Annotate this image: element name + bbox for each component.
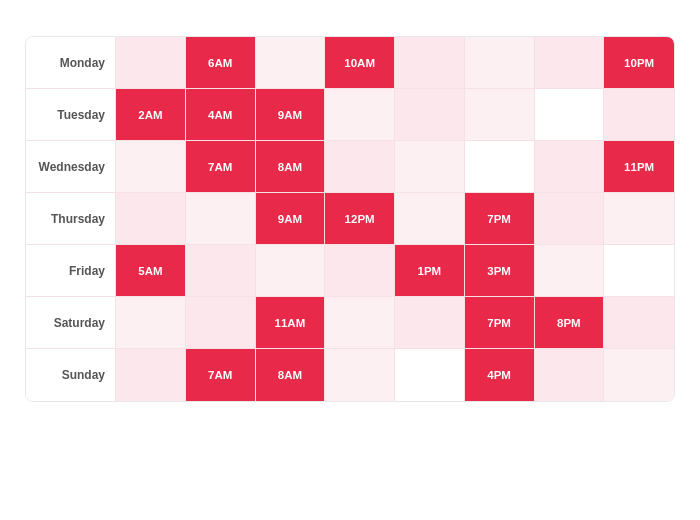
heatmap-cell: 5AM xyxy=(116,245,186,296)
heatmap-cell xyxy=(465,89,535,140)
heatmap-cell xyxy=(465,37,535,88)
heatmap-cell: 3PM xyxy=(465,245,535,296)
heatmap-cell xyxy=(325,89,395,140)
heatmap-cell: 4AM xyxy=(186,89,256,140)
heatmap-cell xyxy=(395,193,465,244)
heatmap-cell xyxy=(256,245,326,296)
heatmap-cell: 1PM xyxy=(395,245,465,296)
heatmap-cell xyxy=(535,349,605,401)
heatmap-cell xyxy=(116,193,186,244)
heatmap-cell xyxy=(604,193,674,244)
day-label: Wednesday xyxy=(26,141,116,192)
day-label: Monday xyxy=(26,37,116,88)
heatmap-cell: 9AM xyxy=(256,89,326,140)
heatmap-cell: 11AM xyxy=(256,297,326,348)
heatmap-cell xyxy=(395,349,465,401)
heatmap-cell xyxy=(116,297,186,348)
heatmap-cell: 2AM xyxy=(116,89,186,140)
heatmap-cell: 7PM xyxy=(465,297,535,348)
heatmap-cell xyxy=(604,89,674,140)
heatmap-cell xyxy=(535,89,605,140)
grid-row: Wednesday7AM8AM11PM xyxy=(26,141,674,193)
grid-row: Tuesday2AM4AM9AM xyxy=(26,89,674,141)
heatmap-cell xyxy=(465,141,535,192)
grid-row: Monday6AM10AM10PM xyxy=(26,37,674,89)
grid-row: Sunday7AM8AM4PM xyxy=(26,349,674,401)
day-label: Friday xyxy=(26,245,116,296)
heatmap-cell xyxy=(604,349,674,401)
heatmap-cell: 10AM xyxy=(325,37,395,88)
heatmap-cell: 8AM xyxy=(256,349,326,401)
day-label: Thursday xyxy=(26,193,116,244)
heatmap-cell xyxy=(535,37,605,88)
heatmap-cell xyxy=(325,349,395,401)
heatmap-cell xyxy=(186,297,256,348)
day-label: Saturday xyxy=(26,297,116,348)
heatmap-cell xyxy=(325,245,395,296)
heatmap-cell xyxy=(535,141,605,192)
grid-row: Friday5AM1PM3PM xyxy=(26,245,674,297)
heatmap-cell xyxy=(604,297,674,348)
heatmap-cell xyxy=(256,37,326,88)
heatmap-grid: Monday6AM10AM10PMTuesday2AM4AM9AMWednesd… xyxy=(25,36,675,402)
heatmap-cell xyxy=(116,349,186,401)
heatmap-cell: 8PM xyxy=(535,297,605,348)
heatmap-cell: 4PM xyxy=(465,349,535,401)
heatmap-cell xyxy=(186,245,256,296)
heatmap-cell xyxy=(395,297,465,348)
heatmap-cell xyxy=(535,245,605,296)
heatmap-cell: 7AM xyxy=(186,349,256,401)
heatmap-cell: 7PM xyxy=(465,193,535,244)
heatmap-cell: 12PM xyxy=(325,193,395,244)
heatmap-cell xyxy=(116,141,186,192)
grid-row: Thursday9AM12PM7PM xyxy=(26,193,674,245)
heatmap-cell xyxy=(604,245,674,296)
day-label: Sunday xyxy=(26,349,116,401)
heatmap-cell: 7AM xyxy=(186,141,256,192)
heatmap-cell: 9AM xyxy=(256,193,326,244)
heatmap-cell xyxy=(395,141,465,192)
heatmap-cell xyxy=(395,37,465,88)
heatmap-cell xyxy=(116,37,186,88)
day-label: Tuesday xyxy=(26,89,116,140)
heatmap-cell: 6AM xyxy=(186,37,256,88)
heatmap-cell xyxy=(535,193,605,244)
heatmap-cell xyxy=(186,193,256,244)
heatmap-cell xyxy=(395,89,465,140)
heatmap-cell: 11PM xyxy=(604,141,674,192)
heatmap-cell: 8AM xyxy=(256,141,326,192)
heatmap-cell xyxy=(325,141,395,192)
heatmap-cell: 10PM xyxy=(604,37,674,88)
grid-row: Saturday11AM7PM8PM xyxy=(26,297,674,349)
heatmap-cell xyxy=(325,297,395,348)
